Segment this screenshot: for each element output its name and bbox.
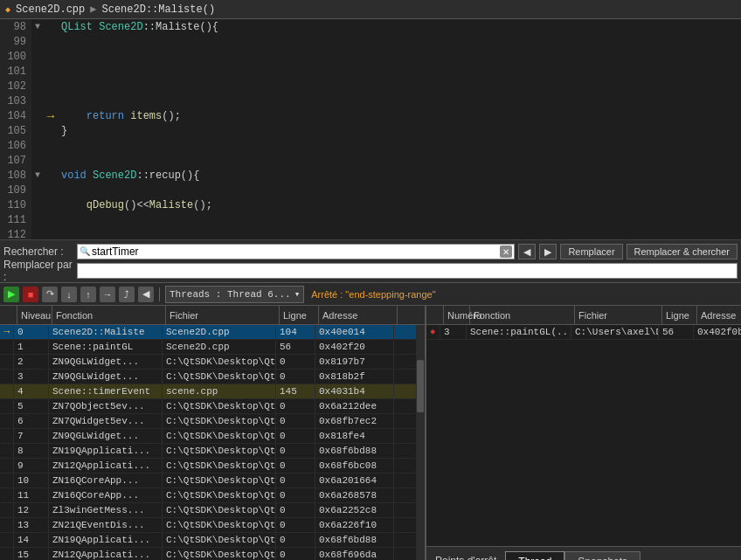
stack-row[interactable]: 14ZN19QApplicati...C:\QtSDK\Desktop\Qt..… xyxy=(0,533,416,548)
stack-cell-level: 11 xyxy=(14,488,49,502)
stack-row-marker xyxy=(0,503,14,517)
stack-row[interactable]: 5ZN7QObject5ev...C:\QtSDK\Desktop\Qt...0… xyxy=(0,399,416,414)
stack-cell-addr: 0x68f6bd88 xyxy=(315,533,394,547)
stack-cell-addr: 0x6a201664 xyxy=(315,474,394,487)
stack-row[interactable]: 3ZN9QGLWidget...C:\QtSDK\Desktop\Qt...00… xyxy=(0,370,416,384)
thread-selector[interactable]: Threads : Thread 6... ▾ xyxy=(165,286,304,303)
stack-cell-line: 145 xyxy=(276,384,315,398)
bp-cell-line: 56 xyxy=(659,325,694,339)
line-number: 105 xyxy=(0,123,31,138)
stack-cell-file: C:\QtSDK\Desktop\Qt... xyxy=(163,355,276,369)
stack-cell-file: C:\QtSDK\Desktop\Qt... xyxy=(163,459,276,473)
stack-cell-func: ZN9QGLWidget... xyxy=(49,370,163,384)
code-line: 100 xyxy=(0,49,741,64)
line-number: 106 xyxy=(0,138,31,153)
bp-dot: ● xyxy=(426,325,440,339)
stack-cell-file: C:\QtSDK\Desktop\Qt... xyxy=(163,444,276,458)
line-number: 110 xyxy=(0,197,31,212)
stack-row[interactable]: 1Scene::paintGLScene2D.cpp560x402f20 xyxy=(0,340,416,355)
debug-step-out-button[interactable]: ↑ xyxy=(80,287,96,302)
rechercher-label: Rechercher : xyxy=(3,245,73,258)
replace-button[interactable]: Remplacer xyxy=(560,244,622,259)
replace-input-wrap[interactable] xyxy=(77,263,738,279)
debug-continue-button[interactable]: ▶ xyxy=(3,287,19,302)
stack-cell-file: C:\QtSDK\Desktop\Qt... xyxy=(163,488,276,502)
stack-cell-level: 7 xyxy=(14,429,49,443)
code-line: 98▼QList Scene2D::Maliste(){ xyxy=(0,19,741,34)
stack-cell-level: 8 xyxy=(14,444,49,458)
stack-cell-addr: 0x818b2f xyxy=(315,370,394,384)
stack-cell-func: Zl3winGetMess... xyxy=(49,503,163,517)
debug-step-over-button[interactable]: ↷ xyxy=(42,287,58,302)
stack-table[interactable]: →0Scene2D::MalisteScene2D.cpp1040x40e014… xyxy=(0,325,416,560)
search-clear-button[interactable]: ✕ xyxy=(500,245,512,258)
bp-cell-addr: 0x402f0b xyxy=(694,325,741,339)
stack-cell-level: 15 xyxy=(14,548,49,560)
stack-cell-func: ZN7QWidget5ev... xyxy=(49,414,163,428)
tab-snapshots[interactable]: Snapshots xyxy=(564,551,641,560)
code-line: 102 xyxy=(0,79,741,93)
bp-table[interactable]: ●3Scene::paintGL(...C:\Users\axel\D...56… xyxy=(426,325,741,546)
replace-and-search-button[interactable]: Remplacer & chercher xyxy=(627,244,738,259)
stack-row[interactable]: 7ZN9QGLWidget...C:\QtSDK\Desktop\Qt...00… xyxy=(0,429,416,444)
line-number: 111 xyxy=(0,212,31,227)
stack-row[interactable]: 9ZN12QApplicati...C:\QtSDK\Desktop\Qt...… xyxy=(0,459,416,474)
debug-step-in-button[interactable]: ↓ xyxy=(61,287,77,302)
stack-cell-level: 9 xyxy=(14,459,49,473)
code-line: 110 qDebug()<<Maliste(); xyxy=(0,197,741,212)
stack-row[interactable]: →0Scene2D::MalisteScene2D.cpp1040x40e014 xyxy=(0,325,416,340)
debug-jump-button[interactable]: ⤴ xyxy=(119,287,135,302)
debug-stop-button[interactable]: ■ xyxy=(23,287,38,302)
line-number: 103 xyxy=(0,93,31,108)
breakpoints-panel: Numéro Fonction Fichier Ligne Adresse ●3… xyxy=(426,306,741,560)
stack-row-marker: → xyxy=(0,325,14,339)
stack-row[interactable]: 13ZN21QEventDis...C:\QtSDK\Desktop\Qt...… xyxy=(0,518,416,533)
stack-cell-addr: 0x68f696da xyxy=(315,548,394,560)
search-icon: 🔍 xyxy=(80,246,90,257)
stack-cell-line: 0 xyxy=(276,474,315,487)
stack-row-marker xyxy=(0,474,14,487)
search-next-button[interactable]: ▶ xyxy=(539,244,557,259)
stack-cell-line: 56 xyxy=(276,340,315,354)
bp-cell-num: 3 xyxy=(440,325,467,339)
code-line: 99 xyxy=(0,34,741,49)
stack-cell-func: Scene2D::Maliste xyxy=(49,325,163,339)
stack-row[interactable]: 11ZN16QCoreApp...C:\QtSDK\Desktop\Qt...0… xyxy=(0,488,416,503)
stack-row[interactable]: 10ZN16QCoreApp...C:\QtSDK\Desktop\Qt...0… xyxy=(0,474,416,488)
stack-row[interactable]: 4Scene::timerEventscene.cpp1450x4031b4 xyxy=(0,384,416,399)
bp-row[interactable]: ●3Scene::paintGL(...C:\Users\axel\D...56… xyxy=(426,325,741,340)
search-input-wrap[interactable]: 🔍 ✕ xyxy=(77,244,515,259)
debug-back-button[interactable]: ◀ xyxy=(138,287,154,302)
code-line: 106 xyxy=(0,138,741,153)
code-line: 103 xyxy=(0,93,741,108)
stack-scrollbar[interactable] xyxy=(416,325,425,560)
stack-cell-level: 3 xyxy=(14,370,49,384)
bp-col-addr: Adresse xyxy=(697,306,741,324)
stack-cell-addr: 0x6a268578 xyxy=(315,488,394,502)
stack-row[interactable]: 15ZN12QApplicati...C:\QtSDK\Desktop\Qt..… xyxy=(0,548,416,560)
stack-cell-func: ZN12QApplicati... xyxy=(49,459,163,473)
stack-row[interactable]: 8ZN19QApplicati...C:\QtSDK\Desktop\Qt...… xyxy=(0,444,416,459)
tab-thread[interactable]: Thread xyxy=(505,551,564,560)
stack-row[interactable]: 12Zl3winGetMess...C:\QtSDK\Desktop\Qt...… xyxy=(0,503,416,518)
code-line: 109 xyxy=(0,183,741,197)
stack-scroll-thumb[interactable] xyxy=(417,360,424,412)
search-prev-button[interactable]: ◀ xyxy=(518,244,536,259)
stack-col-addr: Adresse xyxy=(319,306,398,324)
stack-row[interactable]: 2ZN9QGLWidget...C:\QtSDK\Desktop\Qt...00… xyxy=(0,355,416,370)
search-input[interactable] xyxy=(92,245,500,258)
stack-cell-level: 5 xyxy=(14,399,49,413)
replace-input[interactable] xyxy=(80,265,735,277)
debug-run-to-button[interactable]: → xyxy=(100,287,115,302)
fold-icon[interactable]: ▼ xyxy=(31,22,44,31)
breakpoints-label: Points d'arrêt xyxy=(426,551,505,560)
line-number: 107 xyxy=(0,153,31,168)
stack-cell-line: 0 xyxy=(276,355,315,369)
stack-cell-file: C:\QtSDK\Desktop\Qt... xyxy=(163,429,276,443)
fold-icon[interactable]: ▼ xyxy=(31,170,44,180)
stack-row[interactable]: 6ZN7QWidget5ev...C:\QtSDK\Desktop\Qt...0… xyxy=(0,414,416,429)
stack-row-marker xyxy=(0,533,14,547)
stack-cell-file: C:\QtSDK\Desktop\Qt... xyxy=(163,399,276,413)
top-bar: ◆ Scene2D.cpp ▶ Scene2D::Maliste() xyxy=(0,0,741,19)
stack-cell-file: C:\QtSDK\Desktop\Qt... xyxy=(163,370,276,384)
